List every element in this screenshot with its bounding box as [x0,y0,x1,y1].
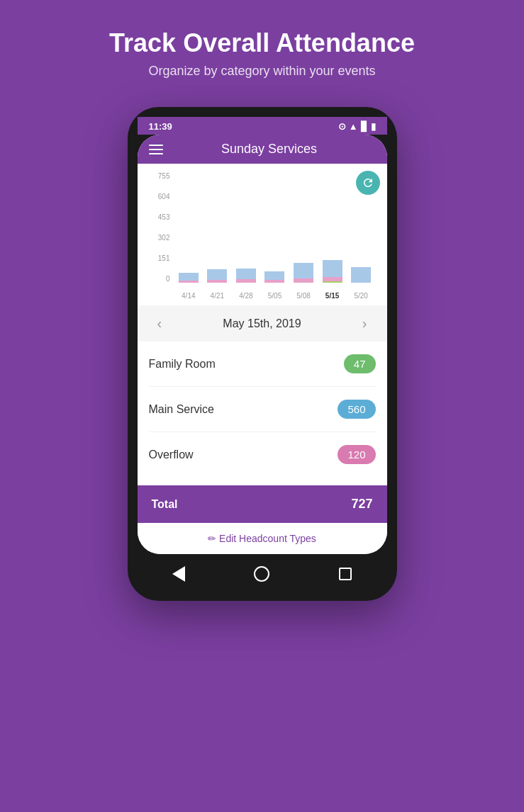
bar-segment-blue [179,273,199,281]
category-badge: 560 [338,400,375,419]
category-name: Family Room [149,358,216,371]
bar-segment-pink [264,280,284,283]
prev-date-button[interactable]: ‹ [152,315,168,332]
time-display: 11:39 [149,121,172,132]
category-name: Main Service [149,403,214,416]
category-badge: 47 [344,354,376,373]
total-row: Total 727 [138,485,387,523]
bar-group [350,267,372,283]
bar-group [206,269,228,283]
phone-nav-bar [138,554,387,591]
edit-headcount-text: ✏ Edit Headcount Types [208,533,316,544]
bar-segment-pink [294,278,313,283]
page-title: Track Overall Attendance [109,28,415,58]
x-axis-labels: 4/144/214/285/055/085/155/20 [174,292,376,300]
category-badge: 120 [338,445,375,464]
hamburger-menu[interactable] [149,145,163,154]
current-date-label: May 15th, 2019 [223,317,301,330]
app-bar: Sunday Services [138,135,387,164]
total-label: Total [152,498,178,511]
bar-group [264,271,285,283]
bar-segment-blue [264,271,284,280]
bar-segment-green [323,281,342,283]
bar-group [293,263,314,283]
bar-segment-blue [351,267,371,283]
x-label: 5/08 [296,292,310,300]
status-icons: ⊙ ▲ ▊ ▮ [338,121,376,132]
bars-area [174,172,376,283]
home-button[interactable] [252,564,272,584]
x-label: 4/28 [239,292,252,300]
edit-headcount-link[interactable]: ✏ Edit Headcount Types [138,523,387,554]
battery-icon: ▮ [371,121,376,132]
chart-section: 755 604 453 302 151 0 4/144/214/285/055/… [138,164,387,305]
x-label: 5/15 [325,292,339,300]
bar-group [178,273,199,283]
bar-segment-pink [179,281,199,283]
back-button[interactable] [169,564,189,584]
x-label: 4/21 [211,292,224,300]
app-bar-title: Sunday Services [163,142,376,157]
next-date-button[interactable]: › [357,315,373,332]
page-subtitle: Organize by category within your events [148,64,375,79]
categories-list: Family Room47Main Service560Overflow120 [138,342,387,477]
phone-screen: Sunday Services 755 604 453 302 151 0 4 [138,135,387,554]
x-label: 5/05 [268,292,281,300]
bar-chart: 755 604 453 302 151 0 4/144/214/285/055/… [149,172,376,300]
bar-segment-blue [236,269,256,279]
bar-segment-blue [323,260,342,277]
bar-segment-pink [207,280,227,283]
bar-group [235,269,257,283]
camera-icon: ⊙ [338,121,346,132]
category-row[interactable]: Overflow120 [149,432,376,477]
bar-group [322,260,343,283]
x-label: 5/20 [354,292,367,300]
category-name: Overflow [149,449,194,461]
phone-frame: 11:39 ⊙ ▲ ▊ ▮ Sunday Services 755 [128,107,397,601]
bar-segment-blue [294,263,313,278]
date-navigator: ‹ May 15th, 2019 › [138,305,387,342]
signal-icon: ▊ [361,121,368,132]
status-bar: 11:39 ⊙ ▲ ▊ ▮ [138,117,387,135]
category-row[interactable]: Main Service560 [149,387,376,432]
wifi-icon: ▲ [349,121,358,132]
total-value: 727 [351,497,372,512]
category-row[interactable]: Family Room47 [149,342,376,387]
recents-button[interactable] [335,564,355,584]
bar-segment-pink [236,279,256,283]
y-axis-labels: 755 604 453 302 151 0 [149,172,170,283]
x-label: 4/14 [182,292,195,300]
bar-segment-blue [207,269,227,280]
